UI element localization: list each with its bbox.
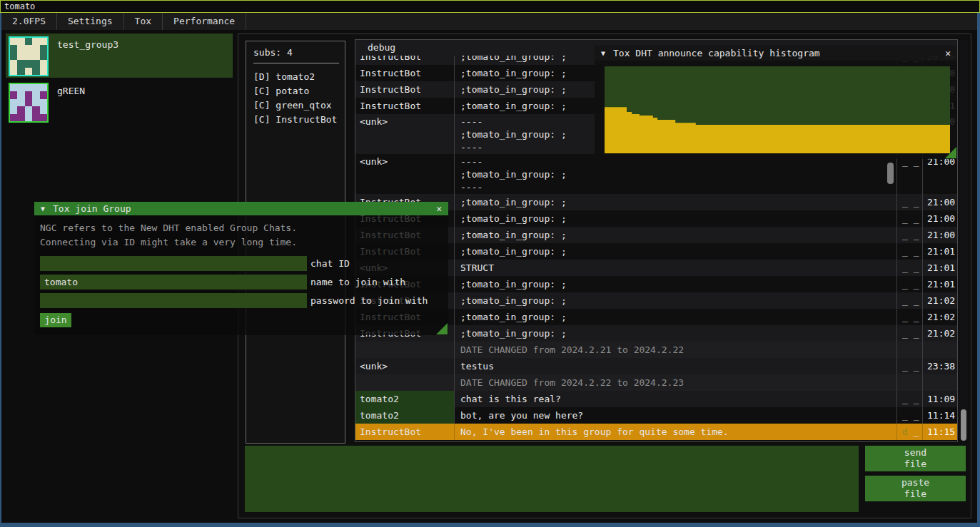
chat-scrollbar-thumb[interactable] xyxy=(961,409,966,441)
status-flag-icon: _ xyxy=(914,292,919,309)
message-timestamp xyxy=(922,342,957,358)
message-list-scrollbar-thumb[interactable] xyxy=(887,163,894,184)
status-flag-icon: _ xyxy=(902,407,908,424)
message-status-flags: __ xyxy=(896,227,922,243)
send-file-label: send file xyxy=(904,447,926,470)
subs-count: subs: 4 xyxy=(253,47,345,58)
group-avatar-icon xyxy=(9,83,49,123)
status-flag-icon: _ xyxy=(914,260,919,276)
subs-separator xyxy=(253,63,339,63)
status-flag-icon: _ xyxy=(914,276,919,292)
name-to-join-with-input[interactable] xyxy=(40,275,307,290)
status-flag-icon: _ xyxy=(902,194,908,210)
message-sender: InstructBot xyxy=(355,424,455,440)
message-sender: tomato2 xyxy=(355,391,455,407)
window-title: tomato xyxy=(4,1,35,11)
status-flag-icon: _ xyxy=(914,155,919,194)
status-flag-icon: _ xyxy=(902,391,908,407)
message-sender: InstructBot xyxy=(355,56,455,65)
message-text: ;tomato_in_group: ; xyxy=(455,309,896,325)
message-row[interactable]: InstructBotNo, I've been in this group f… xyxy=(355,424,957,440)
member-item[interactable]: [C] potato xyxy=(253,84,345,98)
group-name: gREEN xyxy=(57,86,85,121)
paste-file-label: paste file xyxy=(901,477,929,500)
join-button[interactable]: join xyxy=(40,313,71,327)
message-text: testus xyxy=(455,358,896,374)
status-flag-icon: _ xyxy=(902,309,908,325)
message-timestamp: 11:09 xyxy=(922,391,957,407)
message-text: STRUCT xyxy=(455,260,896,276)
status-flag-icon: _ xyxy=(902,227,908,243)
message-row[interactable]: DATE CHANGED from 2024.2.21 to 2024.2.22 xyxy=(355,342,957,358)
message-row[interactable]: <unk>testus__23:38 xyxy=(355,358,957,374)
join-window-title: Tox join Group xyxy=(53,203,428,214)
menu-item-2-0fps[interactable]: 2.0FPS xyxy=(1,13,57,30)
message-text: ;tomato_in_group: ; xyxy=(455,210,896,227)
join-info-line2: Connecting via ID might take a very long… xyxy=(40,235,448,250)
status-flag-icon: _ xyxy=(902,155,908,194)
join-group-window: ▼ Tox join Group ✕ NGC refers to the New… xyxy=(34,202,448,335)
message-status-flags: __ xyxy=(896,154,922,194)
group-item-test-group3[interactable]: test_group3 xyxy=(6,34,233,78)
member-item[interactable]: [D] tomato2 xyxy=(253,70,345,84)
message-timestamp: 23:38 xyxy=(922,358,957,374)
resize-grip-icon[interactable] xyxy=(945,147,956,158)
field-label: password to join with xyxy=(307,295,428,306)
message-status-flags: __ xyxy=(896,358,922,374)
message-status-flags: __ xyxy=(896,194,922,210)
message-row[interactable]: tomato2bot, are you new here?__11:14 xyxy=(355,407,957,424)
status-flag-icon: _ xyxy=(914,309,919,325)
window-titlebar[interactable]: tomato xyxy=(0,0,980,13)
join-window-titlebar[interactable]: ▼ Tox join Group ✕ xyxy=(34,202,448,215)
member-item[interactable]: [C] InstructBot xyxy=(253,113,345,127)
window-border-right xyxy=(977,13,980,523)
histogram-window-titlebar[interactable]: ▼ Tox DHT announce capability histogram … xyxy=(595,45,957,61)
message-timestamp: 21:01 xyxy=(922,243,957,260)
status-flag-icon: _ xyxy=(914,424,919,440)
paste-file-button[interactable]: paste file xyxy=(865,476,966,501)
histogram-window-title: Tox DHT announce capability histogram xyxy=(613,48,937,58)
join-field-row: password to join with xyxy=(40,293,448,308)
message-text: ;tomato_in_group: ; xyxy=(455,292,896,309)
status-flag-icon: _ xyxy=(914,194,919,210)
member-item[interactable]: [C] green_qtox xyxy=(253,98,345,113)
password-to-join-with-input[interactable] xyxy=(40,293,307,308)
status-flag-icon: _ xyxy=(914,325,919,342)
message-sender: <unk> xyxy=(355,154,455,194)
histogram-chart xyxy=(605,66,950,153)
message-row[interactable]: DATE CHANGED from 2024.2.22 to 2024.2.23 xyxy=(355,374,957,391)
status-flag-icon: _ xyxy=(914,227,919,243)
message-sender: InstructBot xyxy=(355,98,455,114)
chat-tab-label: debug xyxy=(368,42,395,53)
status-flag-icon: _ xyxy=(902,292,908,309)
message-timestamp: 21:00 xyxy=(922,227,957,243)
menu-item-performance[interactable]: Performance xyxy=(163,13,246,30)
collapse-triangle-icon[interactable]: ▼ xyxy=(601,49,605,57)
collapse-triangle-icon[interactable]: ▼ xyxy=(41,205,45,213)
system-message-text: DATE CHANGED from 2024.2.21 to 2024.2.22 xyxy=(455,342,896,358)
message-status-flags: __ xyxy=(896,325,922,342)
message-row[interactable]: tomato2chat is this real?__11:09 xyxy=(355,391,957,407)
message-sender: <unk> xyxy=(355,114,455,154)
message-text: ;tomato_in_group: ; xyxy=(455,227,896,243)
field-label: name to join with xyxy=(307,277,405,287)
group-item-green[interactable]: gREEN xyxy=(6,80,233,121)
send-file-button[interactable]: send file xyxy=(865,446,966,471)
message-input[interactable] xyxy=(245,446,859,512)
message-timestamp: 21:02 xyxy=(922,292,957,309)
message-sender: <unk> xyxy=(355,358,455,374)
app-window: tomato 2.0FPSSettingsToxPerformance test… xyxy=(0,0,980,527)
message-timestamp: 21:00 xyxy=(922,194,957,210)
chat-id-input[interactable] xyxy=(40,256,307,271)
close-icon[interactable]: ✕ xyxy=(945,48,951,58)
close-icon[interactable]: ✕ xyxy=(436,203,442,214)
resize-grip-icon[interactable] xyxy=(436,323,448,334)
message-text: bot, are you new here? xyxy=(455,407,896,424)
menu-item-tox[interactable]: Tox xyxy=(124,13,163,30)
menu-item-settings[interactable]: Settings xyxy=(57,13,124,30)
status-flag-icon: d xyxy=(902,424,908,440)
histogram-plot-area xyxy=(595,61,957,159)
chat-scrollbar-track[interactable] xyxy=(959,40,968,440)
message-row[interactable]: <unk>---- ;tomato_in_group: ; ----__21:0… xyxy=(355,154,957,194)
status-flag-icon: _ xyxy=(914,358,919,374)
